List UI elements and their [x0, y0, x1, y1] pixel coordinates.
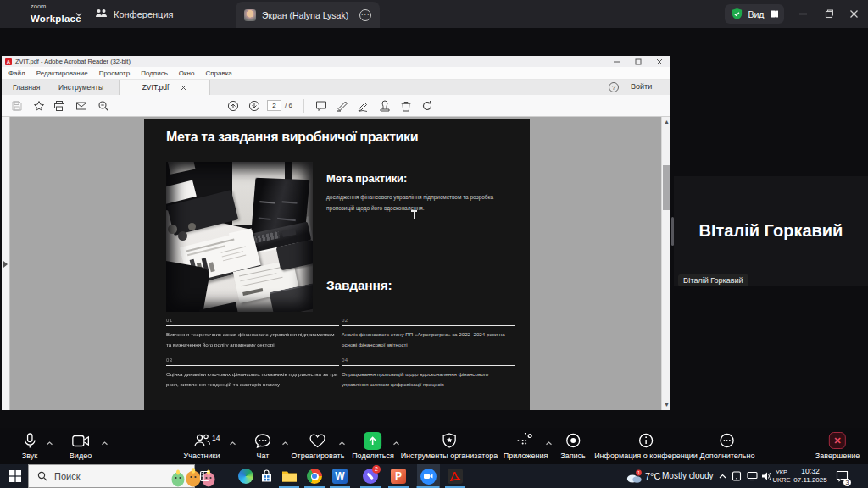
- page-number-input[interactable]: 2: [267, 100, 281, 111]
- record-button[interactable]: Запись: [560, 431, 586, 460]
- task-view-button[interactable]: [193, 464, 215, 488]
- vertical-scrollbar[interactable]: ▲ ▼: [661, 117, 670, 410]
- apps-options-chevron[interactable]: [545, 440, 553, 447]
- page-total-label: / 6: [285, 102, 292, 109]
- view-button[interactable]: Вид: [725, 4, 784, 24]
- language-indicator[interactable]: УКРUKRE: [772, 464, 791, 488]
- taskbar-app-store[interactable]: [255, 464, 277, 488]
- tab-options-icon[interactable]: ···: [359, 9, 371, 21]
- search-input[interactable]: Поиск: [28, 464, 195, 488]
- record-label: Запись: [560, 452, 586, 460]
- apps-button[interactable]: Приложения: [504, 431, 548, 460]
- task-item-01: 01 Вивчення теоретичних основ фінансовог…: [166, 318, 339, 351]
- signin-button[interactable]: Войти: [631, 82, 652, 91]
- tab-screen-share[interactable]: Экран (Halyna Lysak) ···: [236, 2, 380, 28]
- host-tools-button[interactable]: Инструменты организатора: [401, 431, 498, 460]
- close-button[interactable]: [844, 4, 863, 23]
- audio-options-chevron[interactable]: [46, 440, 53, 447]
- end-meeting-button[interactable]: ✕ Завершение: [815, 431, 860, 460]
- react-options-chevron[interactable]: [338, 440, 346, 447]
- menu-help[interactable]: Справка: [205, 69, 231, 77]
- tray-volume-icon[interactable]: [760, 464, 773, 488]
- taskbar-app-powerpoint[interactable]: P: [387, 464, 409, 488]
- video-button[interactable]: Видео: [70, 431, 92, 460]
- participant-video-tile[interactable]: ВІталій Горкавий ВІталій Горкавий: [674, 176, 868, 286]
- taskbar-app-chrome[interactable]: [303, 464, 326, 488]
- chevron-down-icon[interactable]: [75, 10, 83, 19]
- text-cursor: [411, 210, 417, 219]
- acrobat-close-button[interactable]: [650, 56, 669, 67]
- taskbar-app-acrobat[interactable]: [444, 464, 466, 488]
- taskbar-app-edge[interactable]: [235, 464, 257, 488]
- email-icon[interactable]: [75, 100, 87, 112]
- video-options-chevron[interactable]: [101, 440, 108, 447]
- share-button[interactable]: Поделиться: [352, 431, 394, 460]
- weather-temp[interactable]: 7°C: [645, 464, 660, 488]
- delete-icon[interactable]: [400, 100, 412, 112]
- workplace-logo-text: Workplace: [31, 14, 81, 24]
- record-icon: [565, 431, 581, 450]
- tab-tools[interactable]: Инструменты: [58, 80, 103, 95]
- meeting-info-button[interactable]: Информация о конференции: [594, 431, 698, 460]
- taskbar-app-zoom[interactable]: [417, 464, 440, 488]
- scroll-down-icon[interactable]: ▼: [664, 402, 669, 408]
- sign-icon[interactable]: [358, 100, 370, 112]
- maximize-button[interactable]: [819, 4, 837, 23]
- search-icon[interactable]: [97, 100, 109, 112]
- chat-button[interactable]: Чат: [255, 431, 271, 460]
- chat-options-chevron[interactable]: [281, 440, 289, 447]
- panel-drag-handle[interactable]: [671, 217, 674, 246]
- start-button[interactable]: [3, 464, 27, 488]
- tab-close-icon[interactable]: [181, 85, 186, 91]
- help-icon[interactable]: ?: [609, 82, 619, 92]
- tab-document[interactable]: ZVIT.pdf: [119, 80, 210, 95]
- save-icon[interactable]: [11, 100, 23, 112]
- minimize-button[interactable]: [793, 4, 812, 23]
- menu-sign[interactable]: Подпись: [141, 69, 168, 77]
- menu-view[interactable]: Просмотр: [99, 69, 131, 77]
- highlight-icon[interactable]: [337, 100, 348, 112]
- zoom-logo-text: zoom: [31, 3, 81, 10]
- weather-desc[interactable]: Mostly cloudy: [662, 464, 714, 488]
- share-screen-icon: [364, 432, 381, 450]
- weather-icon[interactable]: 1: [624, 464, 644, 488]
- rotate-icon[interactable]: [421, 100, 433, 112]
- video-label: Видео: [70, 452, 92, 460]
- react-button[interactable]: Отреагировать: [292, 431, 345, 460]
- taskbar-app-word[interactable]: W: [329, 464, 351, 488]
- acrobat-minimize-button[interactable]: [608, 56, 626, 67]
- heart-icon: [309, 431, 326, 450]
- tray-display-icon[interactable]: [745, 464, 759, 488]
- more-icon: [720, 431, 735, 450]
- more-button[interactable]: Дополнительно: [700, 431, 755, 460]
- expand-panel-icon[interactable]: [3, 261, 8, 268]
- print-icon[interactable]: [53, 100, 65, 112]
- comment-icon[interactable]: [315, 100, 327, 112]
- tray-expand-chevron[interactable]: [716, 464, 728, 488]
- scroll-up-icon[interactable]: ▲: [664, 119, 669, 125]
- tab-document-label: ZVIT.pdf: [142, 83, 170, 92]
- taskbar-app-viber[interactable]: 2: [359, 464, 381, 488]
- notification-center[interactable]: 3: [832, 464, 851, 488]
- taskbar-app-explorer[interactable]: [278, 464, 300, 488]
- menu-file[interactable]: Файл: [8, 69, 25, 77]
- page-up-icon[interactable]: [227, 100, 239, 112]
- sidebar-strip[interactable]: [2, 117, 10, 410]
- acrobat-maximize-button[interactable]: [629, 56, 648, 67]
- share-options-chevron[interactable]: [392, 440, 400, 447]
- audio-button[interactable]: Звук: [22, 431, 37, 460]
- task-number: 01: [166, 318, 339, 323]
- stamp-icon[interactable]: [379, 100, 391, 112]
- clock[interactable]: 10:3207.11.2025: [791, 464, 830, 488]
- tab-conference[interactable]: Конференция: [95, 0, 173, 28]
- menu-window[interactable]: Окно: [179, 69, 195, 77]
- task-text: Оцінка динаміки ключових фінансових пока…: [166, 369, 339, 391]
- page-down-icon[interactable]: [248, 100, 260, 112]
- scrollbar-thumb[interactable]: [663, 165, 670, 210]
- tab-home[interactable]: Главная: [13, 80, 40, 95]
- tray-device-icon[interactable]: [730, 464, 743, 488]
- participants-options-chevron[interactable]: [229, 440, 236, 447]
- menu-edit[interactable]: Редактирование: [36, 69, 88, 77]
- star-icon[interactable]: [33, 100, 45, 112]
- acrobat-titlebar[interactable]: A ZVIT.pdf - Adobe Acrobat Reader (32-bi…: [2, 56, 670, 67]
